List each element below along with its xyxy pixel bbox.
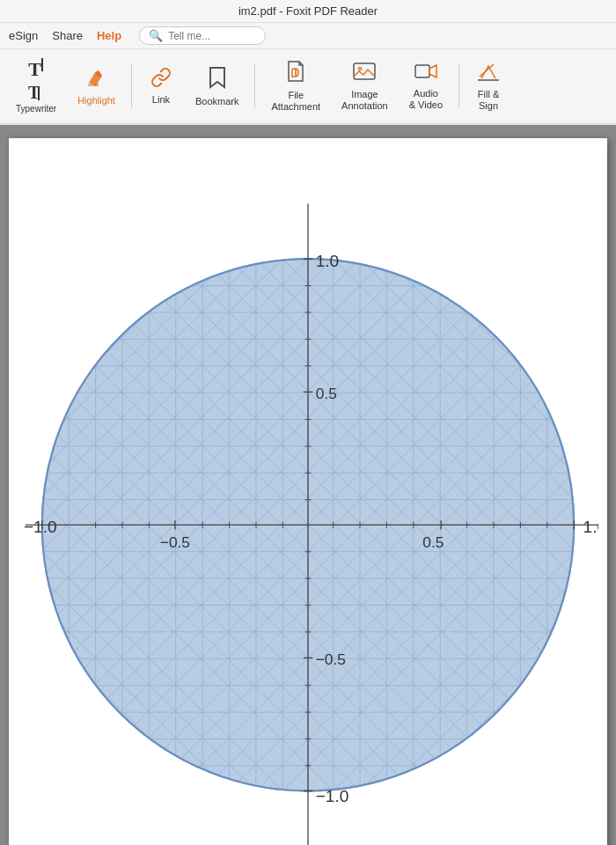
title-text: im2.pdf - Foxit PDF Reader	[238, 4, 378, 18]
typewriter-label: T	[26, 83, 46, 102]
audio-video-icon	[414, 62, 438, 86]
unit-circle-chart: 1.0 −1.0 0.5 −0.5 1.0 −1.0 0.5 −0.5	[18, 160, 598, 845]
toolbar-divider-2	[254, 64, 255, 108]
link-icon	[150, 67, 172, 92]
pdf-area: 1.0 −1.0 0.5 −0.5 1.0 −1.0 0.5 −0.5	[0, 125, 616, 845]
pdf-page: 1.0 −1.0 0.5 −0.5 1.0 −1.0 0.5 −0.5	[9, 138, 607, 845]
svg-line-125	[547, 259, 574, 285]
svg-line-123	[494, 259, 574, 339]
svg-line-87	[520, 741, 574, 791]
y-axis-pos-label: 1.0	[316, 252, 340, 270]
svg-rect-5	[415, 65, 429, 77]
svg-line-88	[547, 766, 574, 791]
fill-sign-label: Fill & Sign	[478, 89, 499, 112]
y-axis-neg-label: −1.0	[316, 787, 349, 805]
bookmark-icon	[208, 66, 227, 94]
x-axis-mid-neg-label: −0.5	[160, 534, 190, 552]
search-icon: 🔍	[149, 29, 163, 42]
search-box[interactable]: 🔍	[139, 26, 266, 45]
svg-line-105	[42, 712, 122, 790]
image-annotation-label: Image Annotation	[341, 89, 388, 112]
svg-line-124	[520, 259, 574, 312]
tool-typewriter[interactable]: T T Typewriter	[7, 55, 65, 118]
svg-line-68	[42, 259, 122, 336]
tool-highlight[interactable]: Highlight	[69, 63, 124, 110]
svg-point-4	[358, 66, 363, 70]
menu-esign[interactable]: eSign	[9, 29, 38, 42]
typewriter-icon: T	[28, 58, 44, 81]
tool-image-annotation[interactable]: Image Annotation	[333, 57, 397, 115]
toolbar-divider-3	[458, 64, 459, 108]
y-axis-mid-pos-label: 0.5	[316, 385, 337, 402]
typewriter-text: Typewriter	[16, 104, 56, 114]
bookmark-label: Bookmark	[195, 96, 239, 107]
file-attachment-icon	[285, 60, 306, 88]
tool-audio-video[interactable]: Audio & Video	[400, 58, 451, 114]
link-label: Link	[152, 94, 170, 106]
menu-share[interactable]: Share	[52, 29, 83, 42]
menu-help[interactable]: Help	[97, 29, 121, 42]
x-axis-mid-pos-label: 0.5	[422, 534, 444, 552]
y-axis-mid-neg-label: −0.5	[316, 651, 346, 669]
tool-link[interactable]: Link	[139, 63, 183, 109]
highlight-label: Highlight	[77, 95, 115, 107]
svg-line-107	[42, 766, 69, 791]
menu-bar: eSign Share Help 🔍	[0, 23, 616, 49]
file-attachment-label: File Attachment	[271, 90, 320, 113]
fill-sign-icon	[476, 61, 501, 87]
tool-file-attachment[interactable]: File Attachment	[262, 56, 329, 116]
svg-rect-2	[88, 84, 99, 86]
chart-container: 1.0 −1.0 0.5 −0.5 1.0 −1.0 0.5 −0.5	[9, 147, 607, 845]
svg-line-70	[42, 259, 69, 283]
svg-rect-3	[354, 63, 375, 79]
svg-line-106	[42, 739, 96, 791]
toolbar-divider-1	[131, 64, 132, 108]
search-input[interactable]	[168, 30, 256, 42]
highlight-icon	[86, 67, 107, 93]
tool-fill-sign[interactable]: Fill & Sign	[466, 57, 510, 115]
tool-bookmark[interactable]: Bookmark	[187, 62, 248, 111]
svg-line-86	[494, 714, 574, 791]
title-bar: im2.pdf - Foxit PDF Reader	[0, 0, 616, 23]
image-annotation-icon	[352, 61, 377, 87]
x-axis-pos-label: 1.0	[583, 518, 598, 536]
x-axis-neg-label: −1.0	[24, 518, 57, 536]
toolbar: T T Typewriter Highlight Link	[0, 49, 616, 125]
audio-video-label: Audio & Video	[409, 88, 443, 111]
svg-line-69	[42, 259, 96, 309]
